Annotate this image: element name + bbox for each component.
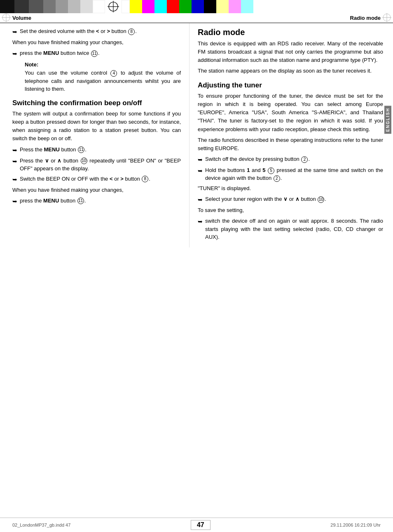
reg-mark-top-center: [105, 0, 122, 13]
bullet-arrow-5: ➥: [12, 175, 17, 184]
button-10-circle-2: 10: [318, 196, 324, 203]
page-header: Volume Radio mode: [0, 13, 393, 23]
color-block-8: [93, 0, 105, 13]
para-tuner-displayed: "TUNER" is displayed.: [198, 184, 383, 193]
english-tab: ENGLISH: [384, 106, 391, 134]
bullet-switch-beep: ➥ Switch the BEEP ON or OFF with the < o…: [12, 175, 181, 184]
button-4-circle: 4: [110, 70, 117, 77]
bullet-arrow-6: ➥: [12, 197, 17, 206]
color-block-blue: [192, 0, 204, 13]
note-text: You can use the volume control 4 to adju…: [25, 69, 181, 93]
para-when-finished-1: When you have finished making your chang…: [12, 38, 181, 47]
color-block-lt-magenta: [229, 0, 241, 13]
reg-mark-right: [382, 13, 391, 23]
color-block-5: [56, 0, 68, 13]
color-block-lt-yellow: [216, 0, 229, 13]
color-block-red: [167, 0, 179, 13]
reg-mark-left: [2, 13, 11, 23]
bullet-select-region: ➥ Select your tuner region with the ∨ or…: [198, 195, 383, 204]
para-radio-functions: The radio functions described in these o…: [198, 136, 383, 153]
bullet-press-menu-last-text: press the MENU button 11.: [20, 197, 181, 205]
page-footer: 02_LondonMP37_gb.indd 47 47 29.11.2006 1…: [0, 518, 393, 532]
color-block-6: [68, 0, 80, 13]
bullet-arrow-2: ➥: [12, 49, 17, 58]
button-11-circle-1: 11: [91, 50, 98, 57]
color-block-7: [80, 0, 93, 13]
color-block-lt-cyan: [241, 0, 253, 13]
bullet-press-menu-1-text: Press the MENU button 11.: [20, 146, 181, 154]
color-block-cyan: [154, 0, 167, 13]
bullet-switch-off-on: ➥ switch the device off and on again or …: [198, 217, 383, 241]
bullet-arrow-r4: ➥: [198, 217, 203, 226]
bullet-press-menu-1: ➥ Press the MENU button 11.: [12, 146, 181, 155]
button-5-circle: 5: [268, 167, 274, 174]
para-radio-intro: This device is equipped with an RDS radi…: [198, 40, 383, 64]
bullet-select-region-text: Select your tuner region with the ∨ or ∧…: [205, 195, 383, 203]
bullet-arrow-r2: ➥: [198, 167, 203, 175]
color-block-1: [0, 0, 14, 13]
color-block-black2: [204, 0, 216, 13]
bullet-arrow-3: ➥: [12, 146, 17, 155]
footer-left: 02_LondonMP37_gb.indd 47: [12, 523, 70, 527]
button-8-circle: 8: [128, 28, 135, 35]
bullet-hold-buttons-text: Hold the buttons 1 and 5 5 pressed at th…: [205, 166, 383, 182]
color-block-2: [14, 0, 29, 13]
para-tuner-intro: To ensure proper functioning of the tune…: [198, 92, 383, 134]
main-content: ➥ Set the desired volume with the < or >…: [0, 23, 393, 247]
bullet-press-menu-last: ➥ press the MENU button 11.: [12, 197, 181, 206]
para-beep-intro: The system will output a confirmation be…: [12, 110, 181, 143]
button-8-circle-2: 8: [142, 176, 148, 182]
para-station-name: The station name appears on the display …: [198, 67, 383, 75]
note-title: Note:: [25, 61, 181, 68]
bullet-switch-off: ➥ Switch off the device by pressing butt…: [198, 155, 383, 164]
para-when-finished-2: When you have finished making your chang…: [12, 186, 181, 194]
left-column: ➥ Set the desired volume with the < or >…: [0, 23, 189, 247]
color-block-4: [43, 0, 56, 13]
para-to-save: To save the setting,: [198, 206, 383, 214]
header-left-label: Volume: [12, 15, 350, 21]
bullet-arrow-r1: ➥: [198, 155, 203, 164]
bullet-switch-off-on-text: switch the device off and on again or wa…: [205, 217, 383, 241]
bullet-press-menu-twice: ➥ press the MENU button twice 11.: [12, 49, 181, 58]
button-2-circle-1: 2: [301, 156, 308, 163]
header-right-label: Radio mode: [350, 15, 381, 21]
bullet-press-menu-twice-text: press the MENU button twice 11.: [20, 49, 181, 57]
bullet-arrow-4: ➥: [12, 157, 17, 166]
page-number: 47: [191, 520, 211, 530]
color-block-yellow: [130, 0, 142, 13]
bullet-switch-off-text: Switch off the device by pressing button…: [205, 155, 383, 163]
top-color-bar: [0, 0, 393, 13]
bullet-set-volume: ➥ Set the desired volume with the < or >…: [12, 27, 181, 36]
color-block-3: [29, 0, 43, 13]
color-block-magenta: [142, 0, 154, 13]
radio-mode-title: Radio mode: [198, 27, 383, 37]
bullet-hold-buttons: ➥ Hold the buttons 1 and 5 5 pressed at …: [198, 166, 383, 182]
note-box: Note: You can use the volume control 4 t…: [12, 61, 181, 93]
bullet-press-downup-text: Press the ∨ or ∧ button 10 repeatedly un…: [20, 157, 181, 173]
color-block-green: [179, 0, 192, 13]
bullet-switch-beep-text: Switch the BEEP ON or OFF with the < or …: [20, 175, 181, 183]
bullet-arrow-r3: ➥: [198, 195, 203, 204]
button-10-circle-1: 10: [81, 158, 87, 164]
adjusting-tuner-title: Adjusting the tuner: [198, 81, 383, 89]
button-11-circle-2: 11: [78, 146, 84, 153]
color-block-w: [122, 0, 130, 13]
right-column: ENGLISH Radio mode This device is equipp…: [189, 23, 391, 247]
subsection-beep-title: Switching the confirmation beep on/off: [12, 99, 181, 107]
footer-right: 29.11.2006 16:21:09 Uhr: [330, 523, 381, 527]
button-11-circle-3: 11: [77, 198, 84, 204]
bullet-arrow-1: ➥: [12, 28, 17, 36]
bullet-set-volume-text: Set the desired volume with the < or > b…: [20, 27, 181, 35]
bullet-press-downup: ➥ Press the ∨ or ∧ button 10 repeatedly …: [12, 157, 181, 173]
button-2-circle-2: 2: [274, 175, 280, 182]
